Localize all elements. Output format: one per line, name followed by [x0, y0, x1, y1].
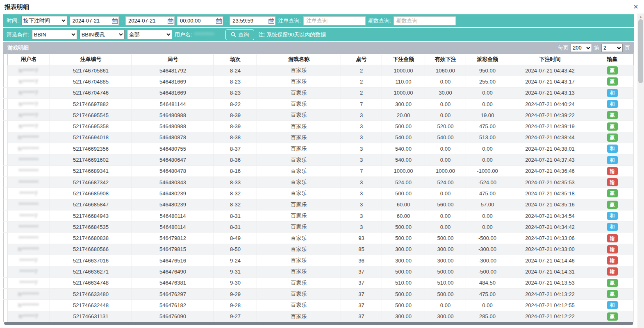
cell-game: 百家乐 — [257, 244, 341, 255]
cell-payout: 19.00 — [466, 110, 509, 121]
cell-valid-bet: 0.00 — [425, 143, 466, 154]
cell-username: h*****7 — [8, 311, 50, 322]
result-badge[interactable]: 赢 — [607, 290, 618, 298]
bet-query-input[interactable] — [303, 16, 366, 25]
cell-username: ******** — [8, 165, 50, 176]
table-row: ********5217466893415464804788-16百家乐7100… — [4, 165, 634, 176]
cell-table-no: 3 — [341, 132, 382, 143]
result-badge[interactable]: 输 — [607, 267, 618, 276]
cell-valid-bet: 500.00 — [425, 288, 466, 299]
cell-session: 8-32 — [214, 188, 257, 199]
scope-select[interactable]: 全部 — [127, 30, 172, 39]
section-title: 游戏明细 — [7, 44, 29, 52]
date-from-input[interactable] — [70, 16, 119, 25]
cell-bet-time: 2024-07-21 04:34:54 — [509, 210, 591, 221]
calendar-icon[interactable] — [112, 18, 118, 24]
cell-bet-id: 521746632448 — [50, 300, 132, 311]
page-select[interactable]: 2 — [601, 44, 623, 52]
cell-round: 546476297 — [132, 288, 214, 299]
cell-bet-id: 521746692356 — [50, 143, 132, 154]
cell-game: 百家乐 — [257, 210, 341, 221]
close-icon[interactable]: × — [633, 2, 638, 11]
result-badge[interactable]: 赢 — [607, 279, 618, 287]
cell-round: 546481144 — [132, 98, 214, 109]
row-gutter — [4, 121, 8, 132]
result-badge[interactable]: 和 — [607, 100, 618, 108]
cell-payout: -500.00 — [466, 266, 509, 277]
result-badge[interactable]: 赢 — [607, 122, 618, 131]
cell-bet-amount: 500.00 — [382, 266, 425, 277]
result-badge[interactable]: 和 — [607, 156, 618, 164]
result-badge[interactable]: 赢 — [607, 66, 618, 75]
cell-session: 8-23 — [214, 76, 257, 87]
cell-session: 8-23 — [214, 87, 257, 98]
cell-bet-time: 2024-07-21 04:38:01 — [509, 143, 591, 154]
scroll-up-icon[interactable]: ▲ — [637, 15, 644, 18]
cell-payout: 0.00 — [466, 210, 509, 221]
table-row: ********5217466916025464806478-36百家乐3540… — [4, 154, 634, 165]
cell-session: 8-39 — [214, 121, 257, 132]
cell-table-no: 3 — [341, 143, 382, 154]
horizontal-scrollbar-thumb[interactable] — [4, 322, 633, 325]
cell-session: 9-29 — [214, 288, 257, 299]
per-page-select[interactable]: 200 — [571, 44, 592, 52]
calendar-icon[interactable] — [168, 18, 173, 24]
result-badge[interactable]: 输 — [607, 245, 618, 253]
result-badge[interactable]: 和 — [607, 223, 618, 231]
query-button[interactable]: 查询 — [225, 29, 254, 40]
result-badge[interactable]: 和 — [607, 212, 618, 220]
row-gutter — [4, 188, 8, 199]
header-payout: 派彩金额 — [466, 54, 509, 65]
cell-result: 输 — [591, 176, 634, 188]
cell-game: 百家乐 — [257, 76, 341, 87]
cell-valid-bet: 560.00 — [425, 199, 466, 210]
cell-game: 百家乐 — [257, 188, 341, 199]
result-badge[interactable]: 赢 — [607, 189, 618, 197]
platform-select[interactable]: BBIN — [32, 30, 77, 39]
cell-result: 和 — [591, 98, 634, 109]
result-badge[interactable]: 输 — [607, 178, 618, 186]
cell-username: h******* — [8, 132, 50, 143]
cell-bet-id: 521746694018 — [50, 132, 132, 143]
cell-bet-amount: 510.00 — [382, 277, 425, 288]
result-badge[interactable]: 输 — [607, 167, 618, 175]
table-row: h*******5217466805665464798158-50百家乐8530… — [4, 244, 634, 255]
cell-username: ******7 — [8, 277, 50, 288]
table-row: h*****75217467058615464817928-24百家乐21000… — [4, 65, 634, 76]
result-badge[interactable]: 输 — [607, 234, 618, 242]
category-select[interactable]: BBIN视讯 — [80, 30, 125, 39]
result-badge[interactable]: 输 — [607, 256, 618, 265]
table-row: ********5217466808385464798128-49百家乐9350… — [4, 233, 634, 244]
result-badge[interactable]: 赢 — [607, 111, 618, 119]
result-badge[interactable]: 赢 — [607, 133, 618, 142]
cell-bet-amount: 500.00 — [382, 222, 425, 233]
username-label: 用户名: — [175, 31, 192, 38]
result-badge[interactable]: 赢 — [607, 77, 618, 86]
cell-valid-bet: 1060.00 — [425, 65, 466, 76]
cell-valid-bet: 0.00 — [425, 188, 466, 199]
result-badge[interactable]: 和 — [607, 145, 618, 153]
result-badge[interactable]: 和 — [607, 89, 618, 97]
cell-round: 546480647 — [132, 154, 214, 165]
cell-round: 546476490 — [132, 266, 214, 277]
time-type-select[interactable]: 按下注时间 — [21, 16, 67, 25]
row-gutter — [4, 266, 8, 277]
result-badge[interactable]: 赢 — [607, 201, 618, 209]
result-badge[interactable]: 和 — [607, 301, 618, 309]
cell-session: 8-33 — [214, 176, 257, 188]
date-to-input[interactable] — [125, 16, 175, 25]
cell-bet-time: 2024-07-21 04:12:55 — [509, 300, 591, 311]
table-row: h*****75217466955455464809888-39百家乐320.0… — [4, 110, 634, 121]
result-badge[interactable]: 赢 — [607, 312, 618, 321]
cell-bet-time: 2024-07-21 04:36:46 — [509, 165, 591, 176]
masked-username-text: h******* — [18, 134, 39, 140]
cell-bet-id: 521746633480 — [50, 288, 132, 299]
vertical-scrollbar-thumb[interactable] — [638, 19, 643, 83]
vertical-scrollbar[interactable]: ▲ — [637, 14, 644, 328]
table-row: ******75217466849435464801148-31百家乐360.0… — [4, 210, 634, 221]
cell-game: 百家乐 — [257, 165, 341, 176]
calendar-icon[interactable] — [216, 18, 222, 24]
cell-result: 赢 — [591, 288, 634, 299]
calendar-icon[interactable] — [269, 18, 274, 24]
period-query-input[interactable] — [394, 16, 456, 25]
